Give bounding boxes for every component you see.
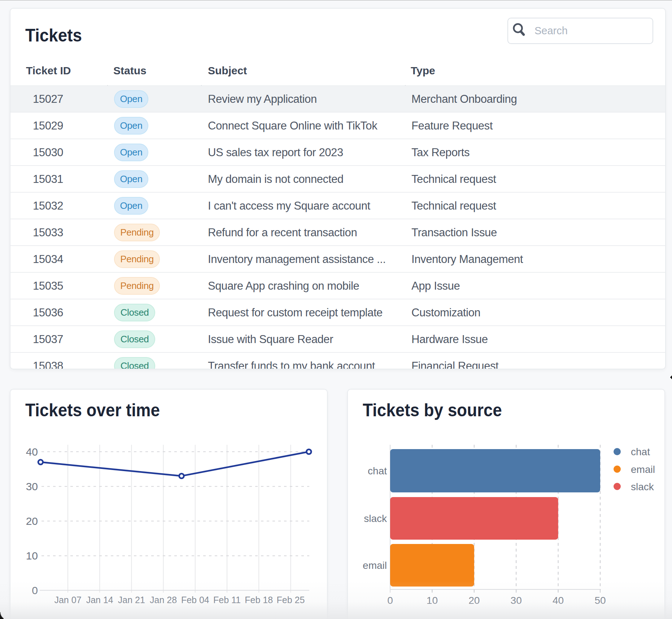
svg-text:20: 20 [468, 595, 480, 606]
svg-text:slack: slack [631, 481, 654, 492]
svg-text:10: 10 [26, 550, 38, 562]
svg-text:email: email [363, 560, 387, 571]
svg-text:slack: slack [364, 513, 387, 524]
svg-text:50: 50 [594, 595, 606, 606]
svg-text:Jan 07: Jan 07 [54, 595, 81, 605]
svg-text:Feb 04: Feb 04 [181, 595, 209, 605]
svg-text:0: 0 [387, 595, 393, 606]
svg-text:10: 10 [427, 595, 438, 606]
svg-text:Jan 21: Jan 21 [118, 595, 145, 605]
svg-text:Jan 14: Jan 14 [86, 595, 113, 605]
svg-text:20: 20 [26, 515, 38, 527]
svg-text:chat: chat [631, 446, 650, 457]
svg-text:30: 30 [511, 595, 522, 606]
svg-text:40: 40 [553, 595, 564, 606]
svg-text:Jan 28: Jan 28 [150, 595, 177, 605]
svg-text:Feb 11: Feb 11 [213, 595, 241, 605]
svg-text:Feb 25: Feb 25 [276, 595, 305, 605]
svg-text:40: 40 [26, 446, 38, 458]
svg-text:30: 30 [26, 480, 38, 492]
svg-text:0: 0 [32, 584, 38, 596]
svg-text:email: email [631, 464, 655, 475]
svg-text:Feb 18: Feb 18 [245, 595, 273, 605]
svg-text:chat: chat [368, 465, 387, 477]
